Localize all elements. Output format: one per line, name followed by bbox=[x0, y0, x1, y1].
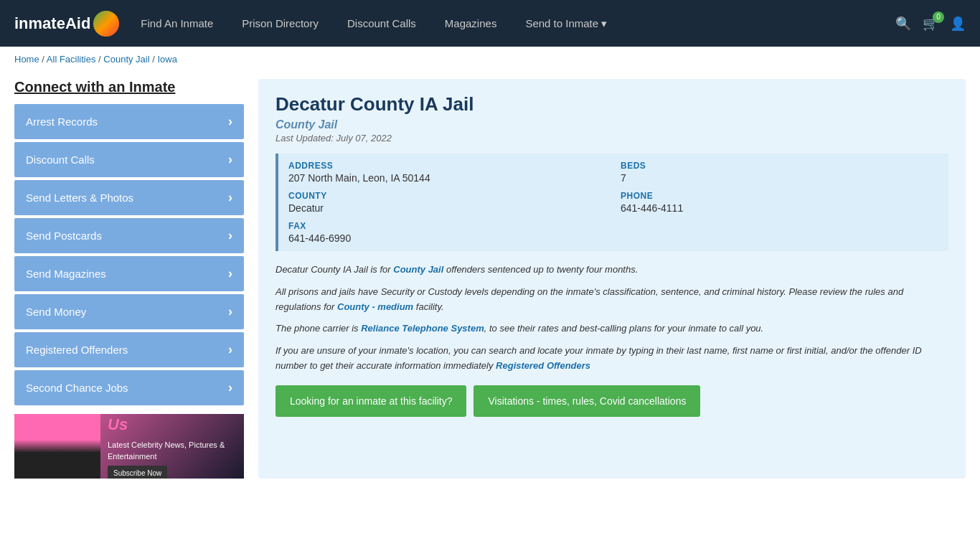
cart-badge: 0 bbox=[933, 11, 944, 23]
sidebar-label-send-postcards: Send Postcards bbox=[26, 230, 102, 242]
beds-value: 7 bbox=[621, 172, 938, 184]
sidebar-label-registered-offenders: Registered Offenders bbox=[26, 344, 128, 356]
link-reliance[interactable]: Reliance Telephone System bbox=[361, 323, 484, 334]
nav-find-inmate[interactable]: Find An Inmate bbox=[141, 17, 213, 29]
nav-links: Find An Inmate Prison Directory Discount… bbox=[141, 17, 881, 30]
sidebar-label-second-chance-jobs: Second Chance Jobs bbox=[26, 382, 128, 394]
facility-updated: Last Updated: July 07, 2022 bbox=[275, 133, 948, 143]
user-button[interactable]: 👤 bbox=[950, 16, 966, 32]
main-container: Connect with an Inmate Arrest Records › … bbox=[0, 72, 980, 493]
sidebar-item-registered-offenders[interactable]: Registered Offenders › bbox=[14, 332, 244, 367]
sidebar-item-send-letters[interactable]: Send Letters & Photos › bbox=[14, 180, 244, 215]
sidebar-item-send-postcards[interactable]: Send Postcards › bbox=[14, 218, 244, 253]
desc-2: All prisons and jails have Security or C… bbox=[275, 285, 948, 315]
info-box: ADDRESS 207 North Main, Leon, IA 50144 B… bbox=[275, 154, 948, 251]
facility-type: County Jail bbox=[275, 118, 948, 131]
sidebar-label-arrest-records: Arrest Records bbox=[26, 116, 98, 128]
logo-text: inmateAid bbox=[14, 14, 90, 33]
address-value: 207 North Main, Leon, IA 50144 bbox=[288, 172, 606, 184]
county-field: COUNTY Decatur bbox=[288, 191, 606, 214]
breadcrumb-all-facilities[interactable]: All Facilities bbox=[47, 54, 96, 65]
nav-discount-calls[interactable]: Discount Calls bbox=[347, 17, 416, 29]
phone-label: PHONE bbox=[621, 191, 938, 201]
fax-label: FAX bbox=[288, 221, 606, 231]
chevron-icon: › bbox=[228, 114, 232, 129]
phone-value: 641-446-4111 bbox=[621, 202, 938, 214]
sidebar-label-send-magazines: Send Magazines bbox=[26, 268, 106, 280]
sidebar: Connect with an Inmate Arrest Records › … bbox=[14, 79, 244, 479]
link-county-medium[interactable]: County - medium bbox=[337, 301, 413, 312]
ad-banner[interactable]: Us Latest Celebrity News, Pictures & Ent… bbox=[14, 414, 244, 479]
cart-button[interactable]: 🛒 0 bbox=[923, 16, 938, 32]
county-label: COUNTY bbox=[288, 191, 606, 201]
sidebar-label-send-letters: Send Letters & Photos bbox=[26, 192, 133, 204]
sidebar-menu: Arrest Records › Discount Calls › Send L… bbox=[14, 104, 244, 405]
sidebar-label-discount-calls: Discount Calls bbox=[26, 154, 95, 166]
nav-send-to-inmate[interactable]: Send to Inmate ▾ bbox=[525, 17, 607, 30]
sidebar-item-send-magazines[interactable]: Send Magazines › bbox=[14, 256, 244, 291]
chevron-icon: › bbox=[228, 304, 232, 319]
main-content: Decatur County IA Jail County Jail Last … bbox=[258, 79, 966, 479]
sidebar-title: Connect with an Inmate bbox=[14, 79, 244, 95]
beds-field: BEDS 7 bbox=[621, 161, 938, 184]
sidebar-label-send-money: Send Money bbox=[26, 306, 86, 318]
sidebar-item-send-money[interactable]: Send Money › bbox=[14, 294, 244, 329]
county-value: Decatur bbox=[288, 202, 606, 214]
chevron-icon: › bbox=[228, 190, 232, 205]
facility-name: Decatur County IA Jail bbox=[275, 93, 948, 116]
address-field: ADDRESS 207 North Main, Leon, IA 50144 bbox=[288, 161, 606, 184]
phone-field: PHONE 641-446-4111 bbox=[621, 191, 938, 214]
address-label: ADDRESS bbox=[288, 161, 606, 171]
ad-subscribe-btn[interactable]: Subscribe Now bbox=[108, 466, 167, 479]
nav-magazines[interactable]: Magazines bbox=[445, 17, 497, 29]
ad-tagline: Latest Celebrity News, Pictures & Entert… bbox=[108, 439, 237, 463]
ad-image bbox=[14, 414, 100, 479]
nav-icon-group: 🔍 🛒 0 👤 bbox=[895, 16, 966, 32]
looking-for-inmate-button[interactable]: Looking for an inmate at this facility? bbox=[275, 385, 466, 417]
nav-prison-directory[interactable]: Prison Directory bbox=[242, 17, 319, 29]
chevron-icon: › bbox=[228, 380, 232, 395]
link-registered-offenders[interactable]: Registered Offenders bbox=[496, 360, 590, 371]
sidebar-item-discount-calls[interactable]: Discount Calls › bbox=[14, 142, 244, 177]
ad-brand: Us bbox=[108, 414, 237, 436]
desc-4: If you are unsure of your inmate's locat… bbox=[275, 344, 948, 374]
breadcrumb-iowa[interactable]: Iowa bbox=[157, 54, 176, 65]
search-button[interactable]: 🔍 bbox=[895, 16, 911, 32]
logo-icon bbox=[93, 11, 119, 37]
chevron-icon: › bbox=[228, 342, 232, 357]
breadcrumb-county-jail[interactable]: County Jail bbox=[103, 54, 149, 65]
logo[interactable]: inmateAid bbox=[14, 11, 119, 37]
visitations-button[interactable]: Visitations - times, rules, Covid cancel… bbox=[473, 385, 700, 417]
chevron-icon: › bbox=[228, 152, 232, 167]
ad-text: Us Latest Celebrity News, Pictures & Ent… bbox=[100, 414, 244, 479]
fax-field: FAX 641-446-6990 bbox=[288, 221, 606, 244]
sidebar-item-second-chance-jobs[interactable]: Second Chance Jobs › bbox=[14, 370, 244, 405]
link-county-jail[interactable]: County Jail bbox=[393, 264, 443, 275]
description: Decatur County IA Jail is for County Jai… bbox=[275, 263, 948, 374]
action-buttons: Looking for an inmate at this facility? … bbox=[275, 385, 948, 417]
sidebar-item-arrest-records[interactable]: Arrest Records › bbox=[14, 104, 244, 139]
breadcrumb-home[interactable]: Home bbox=[14, 54, 39, 65]
chevron-icon: › bbox=[228, 266, 232, 281]
chevron-icon: › bbox=[228, 228, 232, 243]
desc-1: Decatur County IA Jail is for County Jai… bbox=[275, 263, 948, 278]
desc-3: The phone carrier is Reliance Telephone … bbox=[275, 321, 948, 336]
beds-label: BEDS bbox=[621, 161, 938, 171]
fax-value: 641-446-6990 bbox=[288, 232, 606, 244]
breadcrumb: Home / All Facilities / County Jail / Io… bbox=[0, 47, 980, 72]
